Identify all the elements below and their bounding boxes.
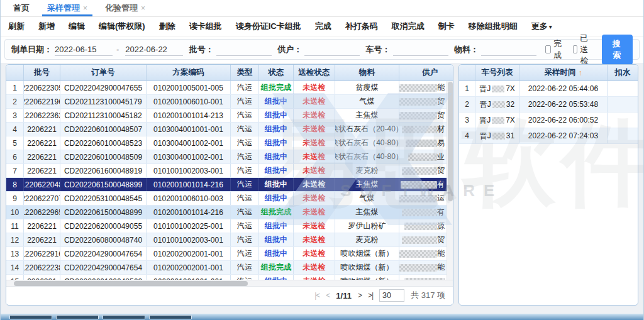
cell-scheme: 0102001005001-005 [147,81,231,94]
table-row[interactable]: 10 1220622965 CD2022061500048899 0102001… [6,206,453,219]
table-row[interactable]: 3 1220622362 CD2021123100045182 01020010… [6,109,453,123]
date-to-input[interactable] [125,43,183,56]
toolbar-button[interactable]: 移除组批明细 [469,21,518,32]
col-order[interactable]: 订单号 [60,65,147,80]
col-scheme[interactable]: 方案编码 [147,65,231,80]
col-vehicle[interactable]: 车号列表 [475,65,519,80]
vertical-scrollbar[interactable] [447,81,453,280]
table-row[interactable]: 13 1220622916 CD2022042900047654 0102002… [6,247,453,261]
next-page-icon[interactable]: > [358,291,362,300]
horizontal-scrollbar[interactable] [6,280,453,286]
table-row[interactable]: 1 2220622305 CD2022042900047655 01020010… [6,81,453,95]
redacted-supplier [408,153,437,161]
toolbar-button[interactable]: 新增 [38,21,55,32]
prev-page-icon[interactable]: < [326,291,330,300]
cell-order: CD2022061500048899 [60,206,147,219]
cell-status: 组批完成 [259,206,294,219]
cell-order: CD2022061600048919 [60,164,147,177]
table-row[interactable]: 5 2206221 CD2022060100048523 01030040010… [6,136,453,150]
date-from-input[interactable] [55,43,113,56]
sort-asc-icon[interactable]: ↑ [579,69,582,77]
cell-order: CD2021123100045182 [60,109,147,122]
col-material[interactable]: 物料 [335,65,399,80]
vehicle-row[interactable]: 1 晋J 7X 2022-06-22 05:44:06 [459,81,638,97]
inspected-checkbox[interactable]: 已送检 [573,33,592,67]
col-status[interactable]: 状态 [259,65,294,80]
material-input[interactable] [481,43,536,56]
supplier-input[interactable] [304,43,360,56]
cell-batch: 2206221 [24,123,60,136]
table-row[interactable]: 11 2206221 CD2022062000049055 0101001002… [6,219,453,233]
vehicle-input[interactable] [393,43,448,56]
col-sample-time[interactable]: 采样时间↑ [519,65,608,80]
table-row[interactable]: 7 2206221 CD2022061600048919 01010010020… [6,164,453,178]
table-row[interactable]: 14 1220622238 CD2022042900047654 0102002… [6,261,453,275]
table-row[interactable]: 9 2220622707 CD2022053100048545 01020010… [6,192,453,206]
cell-inspect-status: 未送检 [294,136,335,150]
vehicle-row[interactable]: 3 晋J 7X 2022-06-22 06:00:52 [459,113,638,128]
cell-order: CD2022060100048562 [60,275,147,280]
toolbar-button[interactable]: 读卡组批 [189,21,222,32]
toolbar-button[interactable]: 补打条码 [345,21,378,32]
col-inspect[interactable]: 送检状态 [294,65,335,80]
cell-material: 气煤 [335,192,399,205]
cell-material: 喷吹烟煤（新） [335,261,399,274]
col-water[interactable]: 扣水 [608,65,638,80]
cell-batch: 2220622305 [24,81,60,94]
vehicle-suffix: 31 [506,131,514,140]
batch-input[interactable] [216,43,272,56]
col-supplier[interactable]: 供户 [399,65,447,80]
redacted-supplier [402,167,437,175]
toolbar-button[interactable]: 取消完成 [392,21,425,32]
table-row[interactable]: 4 2206221 CD2022060100048507 01030040010… [6,123,453,136]
cell-supplier: 易 [399,136,447,150]
toolbar-button[interactable]: 编辑(带权限) [99,21,145,32]
toolbar-button[interactable]: 完成 [315,21,331,32]
taskbar-window-button[interactable] [56,315,99,319]
toolbar-button[interactable]: 制卡 [438,21,455,32]
table-row[interactable]: 8 1220622048 CD2022061500048899 01020010… [6,178,453,192]
taskbar-window-button[interactable] [9,315,52,319]
cell-type: 汽运 [231,136,259,150]
checkbox-icon[interactable] [545,45,551,53]
cell-material: 贫瘦煤 [335,81,399,94]
cell-inspect-status: 未送检 [294,206,335,219]
toolbar-button[interactable]: 读身份证IC卡组批 [236,21,301,32]
cell-status: 组批中 [259,150,294,163]
current-page: 1/11 [336,291,352,301]
nav-tab[interactable]: 首页 [4,0,38,16]
page-size-input[interactable] [379,289,404,302]
total-count: 共 317 项 [411,290,445,301]
nav-tab[interactable]: 化验管理 × [96,0,154,16]
taskbar-window-button[interactable] [103,315,145,319]
tab-close-icon[interactable]: × [141,4,145,13]
cell-type: 汽运 [231,247,259,260]
toolbar-button[interactable]: 删除 [159,21,175,32]
table-row[interactable]: 6 2206221 CD2022060100048509 01030040010… [6,150,453,164]
complete-checkbox[interactable]: 完成 [545,38,564,61]
more-menu-button[interactable]: 更多▾ [531,21,552,32]
table-row[interactable]: 15 2206221 CD2022060100048562 0602001001… [6,275,453,280]
supplier-suffix: 贸 [437,165,445,176]
horizontal-scrollbar-thumb[interactable] [14,281,248,286]
cell-type: 汽运 [231,219,259,233]
cell-type: 汽运 [231,95,259,108]
first-page-icon[interactable]: |< [314,291,319,300]
search-button[interactable]: 搜索 [602,35,633,65]
col-batch[interactable]: 批号 [24,65,60,80]
vehicle-row[interactable]: 4 晋J 31 2022-06-22 07:24:03 [459,128,638,144]
table-row[interactable]: 12 2206221 CD2022060800048740 0101001002… [6,233,453,247]
redacted-vehicle [492,117,504,124]
checkbox-icon[interactable] [573,45,577,53]
toolbar-button[interactable]: 刷新 [8,21,25,32]
table-row[interactable]: 2 2220622196 CD2021123100045179 01020010… [6,95,453,109]
vehicle-row[interactable]: 2 晋J 32 2022-06-22 05:53:48 [459,97,638,113]
col-type[interactable]: 类型 [231,65,259,80]
taskbar-window-button[interactable] [149,315,192,319]
last-page-icon[interactable]: >| [368,291,373,300]
more-label: 更多 [531,21,548,32]
toolbar-button[interactable]: 编辑 [69,21,85,32]
tab-close-icon[interactable]: × [83,4,87,13]
vertical-scrollbar-thumb[interactable] [448,82,453,201]
nav-tab[interactable]: 采样管理 × [38,0,96,16]
